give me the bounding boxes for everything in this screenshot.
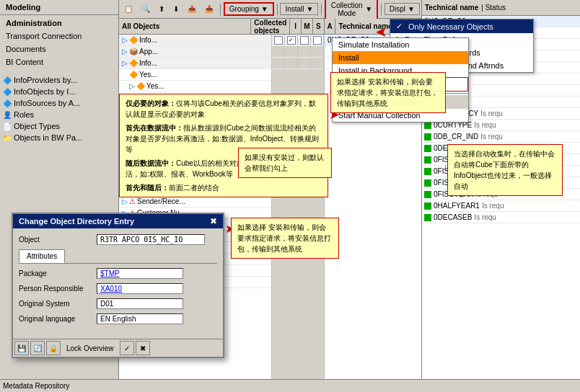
dialog-person-value[interactable]: XA010 xyxy=(97,283,183,294)
status-indicator-0fiscper xyxy=(424,156,431,164)
toolbar: 📋 🔍 ⬆ ⬇ 📤 📥 Grouping ▼ Install ▼ Collect… xyxy=(119,0,421,19)
sidebar-documents[interactable]: Documents xyxy=(0,43,118,55)
toolbar-btn-3[interactable]: ⬆ xyxy=(155,2,168,17)
dialog-toolbar: 💾 🔄 🔒 Lock Overview ✓ ✖ xyxy=(13,339,223,357)
dialog-object-row: Object R3TR APCO 0IS_HC_IO xyxy=(19,234,217,245)
dialog-lock-btn[interactable]: 🔒 xyxy=(46,341,61,355)
cb-S-0hc[interactable] xyxy=(298,35,311,45)
dialog-origsys-row: Original System D01 xyxy=(19,298,217,309)
right-row-0decaseb: 0DECASEB Is requ xyxy=(422,212,580,223)
sidebar-infoobjects[interactable]: 🔷 InfoObjects by I... xyxy=(0,86,118,97)
display-chevron: ▼ xyxy=(408,5,415,13)
sidebar-objects-bw[interactable]: 📁 Objects in BW Pa... xyxy=(0,132,118,143)
objects-bw-icon: 📁 xyxy=(3,134,12,142)
tree-row-3[interactable]: ▷🔶Info... xyxy=(119,58,271,69)
dialog-title: Change Object Directory Entry ✖ xyxy=(13,214,223,228)
sidebar-infoproviders[interactable]: 🔷 InfoProviders by... xyxy=(0,74,118,86)
display-button[interactable]: Displ ▼ xyxy=(385,3,420,15)
cn-annotation-main: 仅必要的对象：仅将与该Cube相关的必要信息对象罗列，默认就是显示仅必要的对象 … xyxy=(119,94,328,197)
sidebar-modeling[interactable]: Modeling xyxy=(0,0,118,15)
infoobjects-icon: 🔷 xyxy=(3,88,12,96)
toolbar-btn-2[interactable]: 🔍 xyxy=(138,2,154,17)
tab-attributes[interactable]: Attributes xyxy=(19,249,65,263)
sidebar-bi-content[interactable]: BI Content xyxy=(0,55,118,68)
tree-row-1[interactable]: ▷🔶Info... xyxy=(119,35,271,46)
status-indicator-0db xyxy=(424,133,431,141)
toolbar-btn-4[interactable]: ⬇ xyxy=(170,2,183,17)
dialog-cancel-btn[interactable]: ✖ xyxy=(136,341,150,355)
tree-row-2[interactable]: ▷📦App... xyxy=(119,46,271,58)
collected-objects-header: Collected objects xyxy=(251,19,290,34)
status-indicator-0fiscyear xyxy=(424,191,431,198)
menu-only-necessary[interactable]: Only Necessary Objects xyxy=(390,19,533,33)
col-S-header: S xyxy=(313,19,325,34)
dialog-person-row: Person Responsible XA010 xyxy=(19,283,217,294)
arrow-collection-mode: ➤ xyxy=(375,23,387,40)
collection-mode-button[interactable]: Collection Mode ▼ xyxy=(325,0,378,20)
sidebar-object-types[interactable]: 📄 Object Types xyxy=(0,120,118,132)
grouping-button[interactable]: Grouping ▼ xyxy=(224,2,274,16)
change-object-dialog: Change Object Directory Entry ✖ Object R… xyxy=(12,213,224,358)
cb-row-0hc: ✓ xyxy=(272,35,324,46)
cb-I-0hc[interactable] xyxy=(272,35,285,45)
grouping-label: Grouping xyxy=(229,5,259,13)
infosources-icon: 🔷 xyxy=(3,99,12,107)
status-indicator-0fiscvarnt xyxy=(424,179,431,187)
dialog-save-btn[interactable]: 💾 xyxy=(14,341,29,355)
sep3 xyxy=(321,4,322,15)
cb-empty-1 xyxy=(272,46,324,58)
tree-row-5[interactable]: ▷🔶Yes... xyxy=(119,81,271,92)
dialog-package-row: Package $TMP xyxy=(19,268,217,279)
dialog-content: Object R3TR APCO 0IS_HC_IO Attributes Pa… xyxy=(13,228,223,339)
cn-dialog-annotation: 如果选择 安装和传输，则会要求指定请求，将安装信息打包，传输到其他系统 xyxy=(231,218,339,259)
sidebar-roles[interactable]: 👤 Roles xyxy=(0,109,118,120)
sidebar-infosources[interactable]: 🔷 InfoSources by A... xyxy=(0,97,118,109)
status-indicator-0halfyear1 xyxy=(424,202,431,210)
install-button[interactable]: Install ▼ xyxy=(280,3,318,15)
status-indicator-0debitor xyxy=(424,145,431,152)
object-types-icon: 📄 xyxy=(3,122,12,130)
dialog-origlang-value: EN English xyxy=(97,313,183,324)
checkbox-columns: ✓ xyxy=(272,35,324,380)
cb-A-0hc[interactable] xyxy=(311,35,324,45)
toolbar-btn-1[interactable]: 📋 xyxy=(120,2,136,17)
dialog-close-btn[interactable]: ✖ xyxy=(210,216,217,226)
col-I-header: I xyxy=(290,19,302,34)
status-indicator-0decaseb xyxy=(424,214,431,221)
sep4 xyxy=(381,4,382,15)
dialog-check-btn[interactable]: ✓ xyxy=(120,341,134,355)
dialog-fields: Package $TMP Person Responsible XA010 Or… xyxy=(19,264,217,333)
install-label: Install xyxy=(285,5,304,13)
dialog-package-value[interactable]: $TMP xyxy=(97,268,183,279)
grouping-chevron: ▼ xyxy=(261,5,268,13)
install-chevron: ▼ xyxy=(307,5,314,13)
right-row-0db-cr-ind: 0DB_CR_IND Is requ xyxy=(422,131,580,143)
toolbar-btn-5[interactable]: 📤 xyxy=(184,2,200,17)
install-item[interactable]: Install xyxy=(333,51,468,64)
dialog-refresh-btn[interactable]: 🔄 xyxy=(30,341,45,355)
sep2 xyxy=(277,4,278,15)
all-objects-header: All Objects xyxy=(119,19,251,34)
dialog-origlang-row: Original language EN English xyxy=(19,313,217,324)
sidebar-administration[interactable]: Administration xyxy=(0,17,118,30)
simulate-installation[interactable]: Simulate Installation xyxy=(333,38,468,51)
tree-row-15[interactable]: ▷⚠Sender/Rece... xyxy=(119,196,271,208)
cn-notinstalled-annotation: 如果没有安装过，则默认会帮我们勾上 xyxy=(238,148,332,178)
infoproviders-icon: 🔷 xyxy=(3,76,12,84)
sep1 xyxy=(220,4,221,15)
status-indicator-0curtype xyxy=(424,122,431,129)
status-bar: Metadata Repository xyxy=(0,379,580,392)
cb-M-0hc[interactable]: ✓ xyxy=(285,35,298,45)
lock-overview-label: Lock Overview xyxy=(62,343,118,354)
cn-install-annotation: 如果选择 安装和传输，则会要求指定请求，将安装信息打包，传输到其他系统 xyxy=(330,72,446,113)
cn-auto-collect-annotation: 当选择自动收集时，在传输中会自动将Cube下面所带的InfoObject也传过来… xyxy=(447,144,563,196)
status-indicator-0fiscper3 xyxy=(424,168,431,175)
tree-row-4[interactable]: 🔶Yes... xyxy=(119,69,271,81)
dialog-origsys-value: D01 xyxy=(97,298,183,309)
toolbar-btn-6[interactable]: 📥 xyxy=(201,2,217,17)
dialog-tabs: Attributes xyxy=(19,249,217,264)
display-label: Displ xyxy=(390,5,405,13)
right-header: Technical name | Status xyxy=(422,0,580,16)
sidebar-transport[interactable]: Transport Connection xyxy=(0,30,118,43)
col-M-header: M xyxy=(302,19,313,34)
